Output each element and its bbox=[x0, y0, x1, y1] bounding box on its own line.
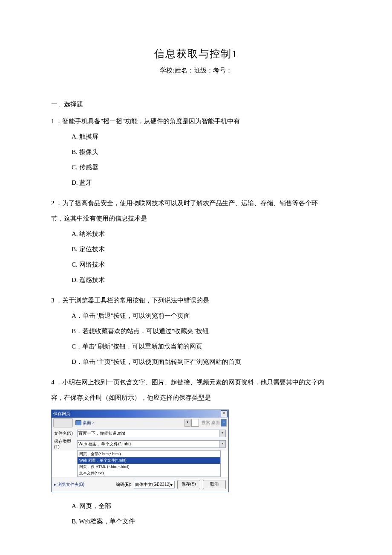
q2-option-a: A. 纳米技术 bbox=[72, 226, 341, 241]
savetype-option[interactable]: 网页，全部(*.htm;*.html) bbox=[78, 451, 220, 457]
filename-value: 百度一下，你就知道.mht bbox=[78, 430, 125, 436]
refresh-icon[interactable] bbox=[191, 419, 199, 427]
browse-folders-toggle[interactable]: ▸ 浏览文件夹(B) bbox=[54, 482, 84, 488]
cancel-button[interactable]: 取消 bbox=[203, 480, 226, 489]
dialog-title-text: 保存网页 bbox=[53, 411, 70, 417]
q4-option-a: A. 网页，全部 bbox=[72, 498, 341, 514]
location-breadcrumb[interactable]: 桌面 › bbox=[75, 420, 94, 426]
search-placeholder: 搜索 桌面 bbox=[202, 420, 220, 426]
encoding-value: 简体中文(GB2312) bbox=[135, 482, 170, 488]
filename-label: 文件名(N) bbox=[54, 430, 75, 436]
savetype-row: 保存类型(T) Web 档案，单个文件(*.mht) ▾ bbox=[52, 439, 228, 450]
dialog-nav-row: 桌面 › ▾ 搜索 桌面 ⌕ bbox=[52, 418, 228, 428]
savetype-dropdown: 网页，全部(*.htm;*.html) Web 档案，单个文件(*.mht) 网… bbox=[77, 450, 221, 477]
q1-stem: 1 ．智能手机具备"摇一摇"功能，从硬件的角度是因为智能手机中有 bbox=[51, 113, 341, 129]
search-icon[interactable]: ⌕ bbox=[221, 419, 227, 427]
dropdown-arrow-icon[interactable]: ▾ bbox=[184, 419, 190, 427]
exam-header-fields: 学校:姓名：班级：考号： bbox=[51, 67, 341, 75]
nav-right-controls: ▾ 搜索 桌面 ⌕ bbox=[184, 419, 227, 427]
q4-stem-b: 容，在保存文件时（如图所示），他应选择的保存类型是 bbox=[51, 390, 341, 405]
q2-stem-b: 节，这其中没有使用的信息技术是 bbox=[51, 211, 341, 226]
q1-option-d: D. 蓝牙 bbox=[72, 175, 341, 190]
q3-option-c: C．单击"刷新"按钮，可以重新加载当前的网页 bbox=[72, 339, 341, 354]
q4-option-b: B. Web档案，单个文件 bbox=[72, 514, 341, 529]
savetype-option[interactable]: 文本文件(*.txt) bbox=[78, 470, 220, 477]
chevron-down-icon[interactable]: ▾ bbox=[170, 482, 173, 487]
document-page: 信息获取与控制1 学校:姓名：班级：考号： 一、选择题 1 ．智能手机具备"摇一… bbox=[0, 0, 392, 555]
save-dialog-screenshot: 保存网页 × 桌面 › ▾ 搜索 桌面 ⌕ 文件名(N) 百 bbox=[51, 410, 341, 492]
q4-stem-a: 4 ．小明在网上找到一页包含文字、图片、超链接、视频元素的网页资料，他只需要其中… bbox=[51, 375, 341, 390]
encoding-label: 编码(E): bbox=[116, 482, 131, 488]
savetype-select[interactable]: Web 档案，单个文件(*.mht) ▾ bbox=[77, 440, 226, 448]
savetype-option-selected[interactable]: Web 档案，单个文件(*.mht) bbox=[78, 457, 220, 464]
q1-options: A. 触摸屏 B. 摄像头 C. 传感器 D. 蓝牙 bbox=[51, 129, 341, 190]
section-heading: 一、选择题 bbox=[51, 100, 341, 108]
q1-option-b: B. 摄像头 bbox=[72, 144, 341, 160]
q3-option-a: A．单击"后退"按钮，可以浏览前一个页面 bbox=[72, 308, 341, 323]
save-button[interactable]: 保存(S) bbox=[177, 480, 200, 489]
chevron-down-icon[interactable]: ▾ bbox=[219, 441, 225, 447]
filename-row: 文件名(N) 百度一下，你就知道.mht ▾ bbox=[52, 428, 228, 439]
q3-stem: 3 ．关于浏览器工具栏的常用按钮，下列说法中错误的是 bbox=[51, 293, 341, 308]
q2-options: A. 纳米技术 B. 定位技术 C. 网络技术 D. 遥感技术 bbox=[51, 226, 341, 288]
save-webpage-dialog: 保存网页 × 桌面 › ▾ 搜索 桌面 ⌕ 文件名(N) 百 bbox=[51, 410, 229, 492]
q4-options: A. 网页，全部 B. Web档案，单个文件 bbox=[51, 498, 341, 529]
dialog-titlebar: 保存网页 × bbox=[52, 410, 228, 418]
q2-option-c: C. 网络技术 bbox=[72, 257, 341, 272]
q1-option-a: A. 触摸屏 bbox=[72, 129, 341, 144]
encoding-select[interactable]: 简体中文(GB2312) ▾ bbox=[134, 481, 175, 488]
q2-option-b: B. 定位技术 bbox=[72, 241, 341, 257]
chevron-down-icon[interactable]: ▾ bbox=[219, 430, 225, 437]
filename-input[interactable]: 百度一下，你就知道.mht ▾ bbox=[77, 430, 226, 437]
location-text: 桌面 › bbox=[83, 420, 94, 426]
q3-options: A．单击"后退"按钮，可以浏览前一个页面 B．若想收藏喜欢的站点，可以通过"收藏… bbox=[51, 308, 341, 369]
q1-option-c: C. 传感器 bbox=[72, 160, 341, 175]
q2-stem-a: 2 ．为了提高食品安全，使用物联网技术可以及时了解农产品生产、运输、存储、销售等… bbox=[51, 195, 341, 211]
close-icon[interactable]: × bbox=[221, 410, 228, 417]
back-forward-buttons[interactable] bbox=[53, 418, 73, 427]
savetype-label: 保存类型(T) bbox=[54, 439, 75, 449]
folder-icon bbox=[75, 420, 81, 425]
savetype-value: Web 档案，单个文件(*.mht) bbox=[78, 441, 131, 447]
q2-option-d: D. 遥感技术 bbox=[72, 272, 341, 288]
dialog-bottom-row: ▸ 浏览文件夹(B) 编码(E): 简体中文(GB2312) ▾ 保存(S) 取… bbox=[52, 477, 228, 492]
q3-option-b: B．若想收藏喜欢的站点，可以通过"收藏夹''按钮 bbox=[72, 323, 341, 339]
savetype-option[interactable]: 网页，仅 HTML (*.htm;*.html) bbox=[78, 464, 220, 470]
q3-option-d: D．单击"主页"按钮，可以使页面跳转到正在浏览网站的首页 bbox=[72, 354, 341, 369]
document-title: 信息获取与控制1 bbox=[51, 47, 341, 61]
